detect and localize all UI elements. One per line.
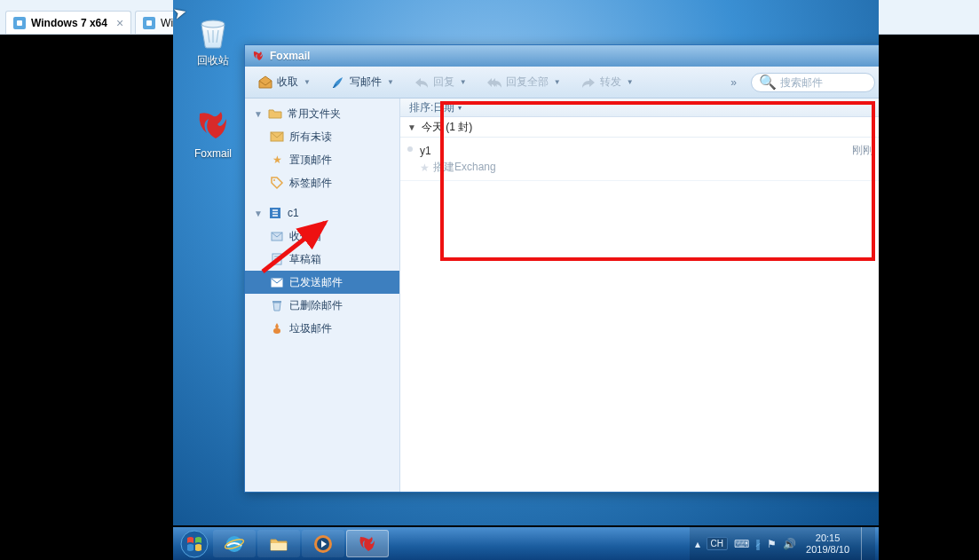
win7-desktop[interactable]: ➤ c1@ljq.c 回收站 Foxmail Fo: [173, 0, 879, 525]
chevron-down-icon[interactable]: ▼: [254, 109, 263, 119]
tree-label: 已发送邮件: [289, 275, 343, 290]
chevron-down-icon[interactable]: ▼: [387, 78, 394, 86]
tree-sent[interactable]: 已发送邮件: [245, 271, 399, 294]
overflow-icon[interactable]: »: [730, 76, 737, 89]
tree-common-folder[interactable]: ▼ 常用文件夹: [245, 102, 399, 125]
win7-taskbar: ▴ CH ⌨ ∦ ⚑ 🔊 20:15 2019/8/10: [173, 527, 879, 560]
tree-label: 收件箱: [289, 229, 321, 244]
show-desktop-button[interactable]: [861, 527, 870, 560]
vm-icon: [143, 17, 155, 29]
reply-all-button[interactable]: 回复全部 ▼: [481, 72, 566, 93]
reply-all-icon: [486, 75, 502, 91]
foxmail-body: ▼ 常用文件夹 所有未读 ★ 置顶邮件: [245, 99, 879, 492]
action-center-icon[interactable]: ⚑: [767, 538, 777, 550]
foxmail-window: Foxmail 收取 ▼ 写邮件 ▼ 回复: [244, 44, 879, 493]
svg-rect-7: [272, 301, 281, 303]
tree-label: 置顶邮件: [289, 153, 332, 168]
mail-sender: y1: [420, 145, 431, 157]
mail-time: 刚刚: [852, 143, 873, 158]
receive-button[interactable]: 收取 ▼: [252, 72, 316, 93]
reply-icon: [414, 75, 430, 91]
star-icon[interactable]: ★: [420, 162, 430, 174]
vm-tab-label: Windows 7 x64: [31, 17, 107, 29]
tree-junk[interactable]: 垃圾邮件: [245, 317, 399, 340]
group-label: 今天 (1 封): [422, 120, 472, 135]
taskbar-explorer[interactable]: [257, 530, 300, 557]
recycle-bin-label: 回收站: [182, 53, 244, 68]
tree-all-unread[interactable]: 所有未读: [245, 125, 399, 148]
tray-up-icon[interactable]: ▴: [695, 538, 700, 550]
tree-deleted[interactable]: 已删除邮件: [245, 294, 399, 317]
tray-clock[interactable]: 20:15 2019/8/10: [802, 532, 853, 555]
bluetooth-icon[interactable]: ∦: [755, 538, 761, 550]
recycle-bin-icon: [194, 12, 232, 50]
tree-label: 标签邮件: [289, 176, 332, 191]
vm-tab-win7[interactable]: Windows 7 x64 ×: [5, 11, 131, 34]
mail-icon: [270, 130, 284, 144]
chevron-down-icon[interactable]: ▼: [304, 78, 311, 86]
chevron-down-icon[interactable]: ▼: [627, 78, 634, 86]
tree-pinned[interactable]: ★ 置顶邮件: [245, 148, 399, 171]
tree-drafts[interactable]: 草稿箱: [245, 248, 399, 271]
clock-time: 20:15: [816, 532, 841, 544]
trash-icon: [270, 298, 284, 312]
star-icon: ★: [270, 153, 284, 167]
reply-button[interactable]: 回复 ▼: [408, 72, 472, 93]
vm-icon: [13, 17, 26, 29]
taskbar-foxmail[interactable]: [346, 530, 389, 557]
svg-rect-11: [271, 543, 287, 550]
sort-label: 排序:日期: [409, 100, 454, 115]
folder-icon: [268, 106, 282, 121]
search-input[interactable]: [780, 76, 867, 89]
taskbar-wmp[interactable]: [302, 530, 344, 557]
tag-icon: [270, 176, 284, 190]
keyboard-icon[interactable]: ⌨: [734, 538, 749, 550]
titlebar[interactable]: Foxmail: [245, 45, 879, 67]
foxmail-shortcut[interactable]: Foxmail: [182, 106, 244, 160]
tree-label: c1: [288, 207, 299, 219]
mail-item[interactable]: y1 刚刚 ★ 搭建Exchang: [400, 138, 879, 181]
language-indicator[interactable]: CH: [707, 537, 728, 550]
tree-label: 草稿箱: [289, 252, 321, 267]
reply-all-label: 回复全部: [506, 75, 549, 90]
read-dot-icon: [407, 146, 413, 152]
mail-list-pane: 排序:日期 ▾ ▼ 今天 (1 封) y1 刚刚 ★ 搭建Exchang: [400, 99, 879, 492]
receive-label: 收取: [277, 75, 298, 90]
tree-label: 常用文件夹: [288, 106, 341, 122]
compose-button[interactable]: 写邮件 ▼: [325, 72, 399, 93]
close-icon[interactable]: ×: [116, 16, 123, 30]
chevron-down-icon[interactable]: ▼: [460, 78, 467, 86]
tree-label: 已删除邮件: [289, 298, 343, 313]
reply-label: 回复: [433, 75, 454, 90]
chevron-down-icon[interactable]: ▼: [554, 78, 561, 86]
foxmail-icon: [252, 50, 264, 62]
chevron-down-icon: ▼: [407, 122, 416, 132]
volume-icon[interactable]: 🔊: [783, 538, 796, 550]
svg-point-8: [181, 531, 208, 557]
tree-inbox[interactable]: 收件箱: [245, 225, 399, 248]
search-box[interactable]: 🔍: [751, 73, 875, 92]
tree-account[interactable]: ▼ c1: [245, 201, 399, 225]
forward-button[interactable]: 转发 ▼: [575, 72, 639, 93]
inbox-icon: [257, 75, 273, 91]
taskbar-ie[interactable]: [213, 530, 256, 557]
draft-icon: [270, 252, 284, 266]
tree-tags[interactable]: 标签邮件: [245, 171, 399, 194]
sort-header[interactable]: 排序:日期 ▾: [400, 99, 879, 117]
svg-point-0: [201, 20, 225, 28]
chevron-down-icon[interactable]: ▾: [458, 104, 462, 112]
foxmail-icon: [194, 106, 232, 144]
clock-date: 2019/8/10: [806, 544, 849, 556]
recycle-bin[interactable]: 回收站: [182, 12, 244, 68]
app-title: Foxmail: [270, 50, 310, 62]
feather-icon: [330, 75, 346, 91]
group-today[interactable]: ▼ 今天 (1 封): [400, 117, 879, 138]
tree-label: 垃圾邮件: [289, 321, 332, 336]
tree-label: 所有未读: [289, 130, 332, 145]
fire-icon: [270, 321, 284, 335]
mail-subject: 搭建Exchang: [433, 160, 496, 175]
chevron-down-icon[interactable]: ▼: [254, 209, 263, 218]
svg-point-2: [273, 179, 275, 181]
exchange-icon: [268, 206, 282, 220]
start-button[interactable]: [177, 529, 212, 558]
